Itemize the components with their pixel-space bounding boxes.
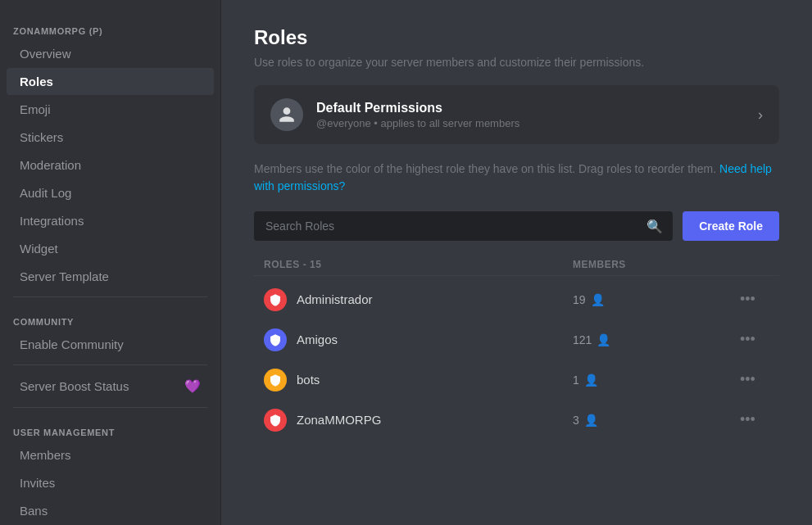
sidebar: ZONAMMORPG (P) Overview Roles Emoji Stic… bbox=[0, 0, 221, 525]
sidebar-item-widget[interactable]: Widget bbox=[7, 235, 214, 262]
search-row: 🔍 Create Role bbox=[254, 211, 779, 241]
member-count: 3 bbox=[573, 414, 579, 427]
sidebar-item-label: Emoji bbox=[20, 102, 51, 116]
role-shield-icon bbox=[264, 328, 287, 351]
sidebar-item-integrations[interactable]: Integrations bbox=[7, 207, 214, 234]
default-permissions-info: Default Permissions @everyone • applies … bbox=[316, 101, 758, 129]
role-name: bots bbox=[297, 373, 320, 387]
table-row[interactable]: ZonaMMORPG 3 👤 ••• bbox=[254, 400, 779, 440]
more-options-button[interactable]: ••• bbox=[737, 328, 759, 351]
role-name-cell: bots bbox=[264, 369, 573, 391]
sidebar-item-label: Moderation bbox=[20, 158, 81, 172]
more-options-button[interactable]: ••• bbox=[737, 368, 759, 391]
person-icon bbox=[278, 106, 296, 124]
sidebar-item-roles[interactable]: Roles bbox=[7, 68, 214, 95]
sidebar-divider bbox=[13, 296, 207, 297]
sidebar-item-label: Server Boost Status bbox=[20, 379, 129, 393]
sidebar-item-label: Server Template bbox=[20, 269, 109, 283]
chevron-right-icon: › bbox=[758, 106, 763, 124]
role-shield-icon bbox=[264, 288, 287, 311]
default-permissions-title: Default Permissions bbox=[316, 101, 758, 115]
sidebar-item-label: Audit Log bbox=[20, 186, 71, 200]
default-permissions-icon bbox=[270, 98, 303, 131]
more-options-cell: ••• bbox=[737, 287, 769, 311]
sidebar-item-bans[interactable]: Bans bbox=[7, 497, 214, 524]
shield-svg bbox=[269, 293, 282, 306]
sidebar-item-emoji[interactable]: Emoji bbox=[7, 96, 214, 123]
sidebar-item-server-template[interactable]: Server Template bbox=[7, 263, 214, 290]
more-options-cell: ••• bbox=[737, 328, 769, 351]
sidebar-item-server-boost[interactable]: Server Boost Status 💜 bbox=[7, 372, 214, 401]
roles-header-name: ROLES - 15 bbox=[264, 259, 573, 270]
more-options-cell: ••• bbox=[737, 368, 769, 391]
sidebar-community-label: COMMUNITY bbox=[0, 304, 220, 330]
role-name-cell: Administrador bbox=[264, 288, 573, 311]
sidebar-divider-3 bbox=[13, 407, 207, 408]
members-cell: 121 👤 bbox=[573, 333, 737, 346]
member-count: 19 bbox=[573, 293, 586, 306]
sidebar-item-label: Roles bbox=[20, 75, 53, 88]
role-name: ZonaMMORPG bbox=[297, 413, 381, 427]
member-count: 121 bbox=[573, 333, 592, 346]
sidebar-item-label: Bans bbox=[20, 504, 48, 518]
more-options-button[interactable]: ••• bbox=[737, 408, 759, 432]
sidebar-item-stickers[interactable]: Stickers bbox=[7, 124, 214, 151]
table-row[interactable]: Administrador 19 👤 ••• bbox=[254, 279, 779, 319]
role-name: Administrador bbox=[297, 292, 373, 306]
sidebar-item-members[interactable]: Members bbox=[7, 441, 214, 468]
page-title: Roles bbox=[254, 26, 779, 49]
main-content: Roles Use roles to organize your server … bbox=[221, 0, 812, 525]
sidebar-item-label: Overview bbox=[20, 47, 71, 61]
sidebar-item-label: Widget bbox=[20, 242, 58, 256]
sidebar-item-invites[interactable]: Invites bbox=[7, 469, 214, 496]
boost-icon: 💜 bbox=[184, 378, 201, 394]
more-options-button[interactable]: ••• bbox=[737, 287, 759, 311]
sidebar-item-audit-log[interactable]: Audit Log bbox=[7, 179, 214, 206]
sidebar-divider-2 bbox=[13, 364, 207, 365]
default-permissions-card[interactable]: Default Permissions @everyone • applies … bbox=[254, 85, 779, 144]
more-options-cell: ••• bbox=[737, 408, 769, 432]
person-icon: 👤 bbox=[584, 373, 598, 387]
member-count: 1 bbox=[573, 373, 579, 387]
page-subtitle: Use roles to organize your server member… bbox=[254, 56, 779, 69]
sidebar-item-label: Integrations bbox=[20, 214, 84, 228]
members-cell: 19 👤 bbox=[573, 293, 737, 306]
sidebar-item-moderation[interactable]: Moderation bbox=[7, 152, 214, 179]
sidebar-user-management-label: USER MANAGEMENT bbox=[0, 414, 220, 441]
sidebar-item-label: Invites bbox=[20, 476, 55, 490]
default-permissions-subtitle: @everyone • applies to all server member… bbox=[316, 117, 758, 129]
roles-info-text: Members use the color of the highest rol… bbox=[254, 161, 779, 195]
create-role-button[interactable]: Create Role bbox=[683, 211, 779, 241]
search-wrapper: 🔍 bbox=[254, 211, 673, 241]
sidebar-item-label: Stickers bbox=[20, 130, 63, 144]
sidebar-item-label: Enable Community bbox=[20, 337, 124, 351]
sidebar-item-overview[interactable]: Overview bbox=[7, 40, 214, 67]
roles-header-members: MEMBERS bbox=[573, 259, 737, 270]
members-cell: 3 👤 bbox=[573, 414, 737, 427]
role-name: Amigos bbox=[297, 333, 338, 346]
shield-svg bbox=[269, 333, 282, 346]
sidebar-item-label: Members bbox=[20, 448, 71, 462]
roles-table-header: ROLES - 15 MEMBERS bbox=[254, 254, 779, 276]
members-cell: 1 👤 bbox=[573, 373, 737, 387]
roles-list: Administrador 19 👤 ••• Amigos 121 👤 ••• bbox=[254, 279, 779, 440]
sidebar-server-label: ZONAMMORPG (P) bbox=[0, 13, 220, 39]
role-name-cell: Amigos bbox=[264, 328, 573, 351]
search-input[interactable] bbox=[254, 211, 673, 241]
person-icon: 👤 bbox=[597, 333, 610, 346]
table-row[interactable]: bots 1 👤 ••• bbox=[254, 360, 779, 400]
sidebar-item-enable-community[interactable]: Enable Community bbox=[7, 331, 214, 358]
role-shield-icon bbox=[264, 409, 287, 432]
shield-svg bbox=[269, 414, 282, 427]
person-icon: 👤 bbox=[591, 293, 605, 306]
table-row[interactable]: Amigos 121 👤 ••• bbox=[254, 319, 779, 360]
person-icon: 👤 bbox=[584, 414, 598, 427]
shield-svg bbox=[269, 373, 282, 387]
role-shield-icon bbox=[264, 369, 287, 391]
role-name-cell: ZonaMMORPG bbox=[264, 409, 573, 432]
